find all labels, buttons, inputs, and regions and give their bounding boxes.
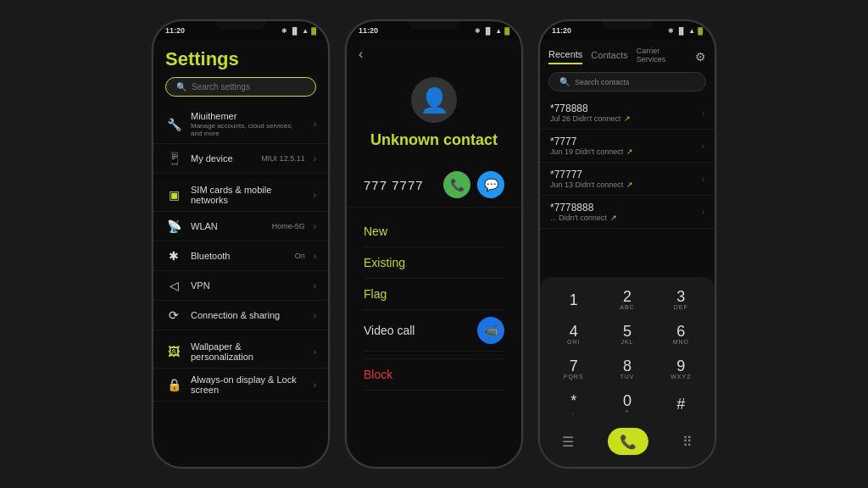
status-time-3: 11:20	[552, 26, 571, 35]
message-button[interactable]: 💬	[477, 171, 504, 198]
keypad-grid-icon[interactable]: ⠿	[682, 434, 693, 450]
settings-search-bar[interactable]: 🔍	[165, 77, 316, 97]
signal-icon-3: ▐▌	[676, 27, 686, 35]
recent-status-3: Jun 13 Didn't connect ↗	[550, 180, 633, 189]
key-4[interactable]: 4 GHI	[548, 319, 598, 350]
settings-item-vpn[interactable]: ◁ VPN ›	[153, 271, 328, 301]
sim-label: SIM cards & mobile networks	[191, 185, 305, 205]
dial-call-button[interactable]: 📞	[608, 428, 648, 455]
bluetooth-value: On	[295, 252, 305, 260]
bt-icon-2: ✱	[475, 27, 481, 35]
gear-icon[interactable]: ⚙	[695, 50, 706, 64]
phone-notch-3	[602, 21, 653, 30]
settings-item-sim[interactable]: ▣ SIM cards & mobile networks ›	[153, 179, 328, 212]
phone-notch	[215, 21, 266, 30]
key-1[interactable]: 1	[548, 284, 598, 315]
mydevice-value: MIUI 12.5.11	[261, 154, 305, 163]
recent-status-2: Jun 19 Didn't connect ↗	[550, 147, 633, 156]
recent-item-4[interactable]: *7778888 ... Didn't connect ↗ ›	[540, 196, 715, 229]
key-0[interactable]: 0 +	[602, 388, 652, 419]
miuithemer-label: Miuithemer	[191, 111, 305, 121]
back-button[interactable]: ‹	[347, 40, 521, 69]
recent-info-1: *778888 Jul 26 Didn't connect ↗	[550, 103, 631, 123]
wallpaper-chevron: ›	[314, 347, 316, 357]
settings-item-mydevice[interactable]: 📱 My device MIUI 12.5.11 ›	[153, 144, 328, 174]
recent-item-3[interactable]: *77777 Jun 13 Didn't connect ↗ ›	[540, 163, 715, 196]
phone-number: 777 7777	[364, 178, 424, 192]
key-8-alpha: TUV	[620, 374, 634, 380]
miuithemer-chevron: ›	[314, 119, 316, 129]
search-settings-input[interactable]	[192, 82, 305, 92]
bluetooth-label: Bluetooth	[191, 251, 287, 261]
dialer-bottom: ☰ 📞 ⠿	[548, 424, 706, 462]
key-0-num: 0	[623, 393, 632, 408]
key-3-alpha: DEF	[674, 304, 688, 310]
dialer-tabs: Recents Contacts Carrier Services ⚙	[540, 40, 715, 67]
flag-option[interactable]: Flag	[364, 279, 504, 310]
wlan-icon: 📡	[165, 218, 182, 235]
recent-status-1: Jul 26 Didn't connect ↗	[550, 114, 631, 123]
recent-item-1[interactable]: *778888 Jul 26 Didn't connect ↗ ›	[540, 97, 715, 130]
wlan-label: WLAN	[191, 221, 264, 231]
video-call-button[interactable]: 📹	[477, 317, 504, 344]
block-option[interactable]: Block	[364, 358, 504, 391]
lock-icon: 🔒	[165, 376, 182, 393]
dialer-screen: Recents Contacts Carrier Services ⚙ 🔍 Se…	[540, 40, 715, 467]
settings-item-miuithemer[interactable]: 🔧 Miuithemer Manage accounts, cloud serv…	[153, 105, 328, 144]
key-5-alpha: JKL	[620, 339, 633, 345]
tab-contacts[interactable]: Contacts	[591, 50, 627, 64]
settings-screen: Settings 🔍 🔧 Miuithemer Manage accounts,…	[153, 40, 328, 467]
key-star-alpha: ,	[572, 408, 575, 414]
bluetooth-chevron: ›	[314, 252, 316, 261]
recent-calls-list: *778888 Jul 26 Didn't connect ↗ › *7777 …	[540, 97, 715, 277]
key-hash[interactable]: #	[656, 388, 706, 419]
settings-item-lock[interactable]: 🔒 Always-on display & Lock screen ›	[153, 369, 328, 402]
key-8-num: 8	[623, 358, 632, 374]
key-7[interactable]: 7 PQRS	[548, 353, 598, 385]
contact-search-bar[interactable]: 🔍 Search contacts	[548, 72, 706, 92]
settings-item-bluetooth[interactable]: ✱ Bluetooth On ›	[153, 241, 328, 271]
settings-item-connection[interactable]: ⟳ Connection & sharing ›	[153, 301, 328, 330]
menu-options: New Existing Flag Video call 📹 Block	[347, 208, 521, 399]
avatar-icon: 👤	[420, 86, 449, 114]
tab-carrier-services[interactable]: Carrier Services	[637, 47, 687, 67]
battery-icon-2: ▓	[504, 27, 509, 35]
new-contact-option[interactable]: New	[364, 216, 504, 247]
key-9[interactable]: 9 WXYZ	[656, 353, 706, 385]
phone-contact: 11:20 ✱ ▐▌ ▲ ▓ ‹ 👤 Unknown contact 777 7…	[345, 19, 523, 469]
key-0-alpha: +	[625, 408, 629, 414]
battery-icon-3: ▓	[698, 27, 703, 35]
existing-contact-option[interactable]: Existing	[364, 247, 504, 279]
vpn-icon: ◁	[165, 277, 182, 294]
key-9-num: 9	[676, 358, 685, 374]
settings-item-wlan[interactable]: 📡 WLAN Home-5G ›	[153, 212, 328, 241]
key-star[interactable]: * ,	[548, 388, 598, 419]
key-2[interactable]: 2 ABC	[602, 284, 652, 315]
key-3[interactable]: 3 DEF	[656, 284, 706, 315]
wallpaper-label: Wallpaper & personalization	[191, 341, 305, 362]
signal-icon: ▐▌	[290, 27, 299, 35]
menu-icon[interactable]: ☰	[562, 434, 574, 450]
wallpaper-text: Wallpaper & personalization	[191, 341, 305, 362]
key-8[interactable]: 8 TUV	[602, 353, 652, 385]
lock-label: Always-on display & Lock screen	[191, 374, 305, 395]
key-6[interactable]: 6 MNO	[656, 319, 706, 350]
vpn-text: VPN	[191, 280, 305, 291]
key-star-num: *	[570, 393, 576, 408]
recent-item-2[interactable]: *7777 Jun 19 Didn't connect ↗ ›	[540, 130, 715, 163]
call-button[interactable]: 📞	[443, 171, 470, 198]
settings-item-wallpaper[interactable]: 🖼 Wallpaper & personalization ›	[153, 336, 328, 369]
video-call-row: Video call 📹	[364, 310, 504, 352]
wlan-text: WLAN	[191, 221, 264, 231]
key-5[interactable]: 5 JKL	[602, 319, 652, 350]
phone-notch-2	[409, 21, 459, 30]
wifi-icon-2: ▲	[495, 27, 502, 35]
bt-status-icon: ✱	[281, 27, 287, 35]
mydevice-text: My device	[191, 153, 253, 164]
recent-info-4: *7778888 ... Didn't connect ↗	[550, 202, 617, 222]
status-time-2: 11:20	[359, 26, 378, 35]
recent-chevron-1: ›	[702, 108, 704, 118]
wlan-value: Home-5G	[272, 222, 305, 230]
tab-recents[interactable]: Recents	[548, 49, 582, 64]
key-5-num: 5	[623, 324, 632, 339]
